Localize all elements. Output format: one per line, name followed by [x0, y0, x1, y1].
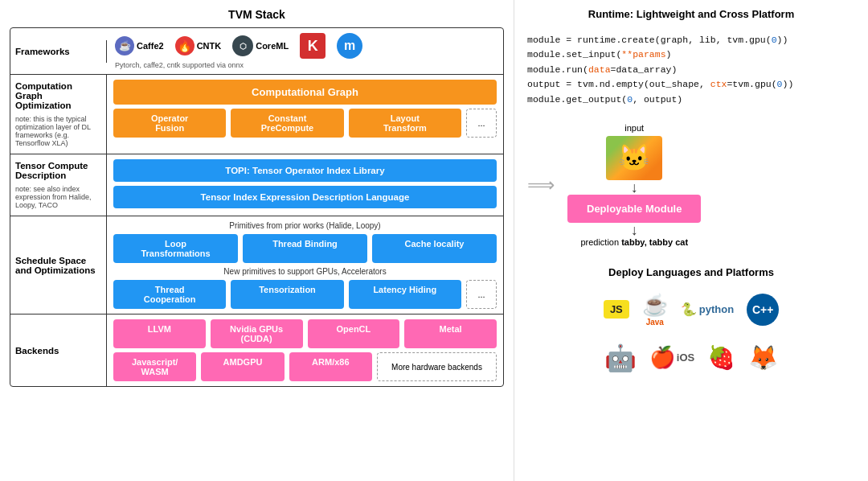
raspi-platform-icon: 🍓 [707, 344, 735, 371]
cntk-logo: 🔥 [175, 36, 194, 56]
mxnet-logo: m [337, 33, 362, 59]
cpp-lang-icon: C++ [747, 294, 779, 326]
tensorization-box: Tensorization [231, 280, 343, 309]
code-line-3: module.run(data=data_array) [527, 63, 855, 77]
code-line-4: output = tvm.nd.empty(out_shape, ctx=tvm… [527, 77, 855, 92]
python-lang-icon: 🐍 python [681, 302, 734, 317]
schedule-row2: ThreadCooperation Tensorization Latency … [113, 280, 497, 309]
amdgpu-box: AMDGPU [201, 352, 284, 381]
coreml-logo: ⬡ [232, 35, 253, 56]
sub-boxes-row: OperatorFusion ConstantPreCompute Layout… [113, 109, 497, 138]
ios-label: iOS [677, 352, 694, 364]
code-block: module = runtime.create(graph, lib, tvm.… [527, 33, 855, 107]
inference-diagram: input ↓ Deployable Module ↓ prediction t… [567, 123, 701, 247]
deploy-icons-row2: 🤖 🍎 iOS 🍓 🦊 [527, 343, 855, 373]
computational-graph-box: Computational Graph [113, 80, 497, 105]
arrow-right-icon: ⟹ [527, 174, 555, 196]
code-line-2: module.set_input(**params) [527, 47, 855, 62]
caffe2-text: Caffe2 [137, 41, 164, 51]
schedule-row1: LoopTransformations Thread Binding Cache… [113, 234, 497, 263]
schedule-dots-box: ... [466, 280, 497, 309]
tensor-compute-row: Tensor ComputeDescription note: see also… [10, 154, 503, 216]
right-panel: Runtime: Lightweight and Cross Platform … [514, 0, 868, 481]
backends-row2: Javascript/WASM AMDGPU ARM/x86 More hard… [113, 352, 497, 381]
js-lang-icon: JS [604, 300, 629, 319]
layout-transform-box: LayoutTransform [349, 109, 461, 138]
more-hardware-box: More hardware backends [377, 352, 497, 381]
android-platform-icon: 🤖 [604, 343, 637, 373]
deploy-title: Deploy Languages and Platforms [527, 266, 855, 278]
schedule-content: Primitives from prior works (Halide, Loo… [107, 216, 503, 314]
topi-box: TOPI: Tensor Operator Index Library [113, 159, 497, 182]
cat-image [606, 136, 662, 180]
code-line-5: module.get_output(0, output) [527, 92, 855, 107]
tvm-stack-box: Frameworks ☕ Caffe2 🔥 [10, 27, 504, 387]
keras-logo: K [300, 33, 326, 59]
deployable-module-box: Deployable Module [567, 195, 701, 223]
thread-binding-box: Thread Binding [243, 234, 367, 263]
runtime-title: Runtime: Lightweight and Cross Platform [527, 8, 855, 20]
frameworks-content: ☕ Caffe2 🔥 CNTK [107, 28, 503, 74]
java-icon: ☕ [642, 293, 668, 318]
computation-graph-row: Computation GraphOptimization note: this… [10, 75, 503, 154]
tensor-compute-content: TOPI: Tensor Operator Index Library Tens… [107, 154, 503, 216]
computation-graph-label: Computation GraphOptimization note: this… [10, 75, 107, 154]
java-lang-icon: ☕ Java [642, 293, 668, 327]
primitives-note: Primitives from prior works (Halide, Loo… [113, 221, 497, 230]
python-snake-icon: 🐍 [681, 302, 697, 317]
backends-label: Backends [10, 314, 107, 386]
tensor-index-box: Tensor Index Expression Description Lang… [113, 186, 497, 208]
new-primitives-note: New primitives to support GPUs, Accelera… [113, 267, 497, 276]
java-label: Java [646, 318, 664, 327]
prediction-label: prediction tabby, tabby cat [580, 237, 688, 247]
fw-note: Pytorch, caffe2, cntk supported via onnx [115, 61, 495, 69]
prediction-value: tabby, tabby cat [621, 237, 688, 247]
cache-locality-box: Cache locality [372, 234, 497, 263]
backends-row: Backends LLVM Nvidia GPUs(CUDA) OpenCL M… [10, 314, 503, 386]
python-label: python [699, 303, 734, 315]
cntk-text: CNTK [197, 41, 222, 51]
left-panel: TVM Stack Frameworks ☕ Caffe2 [0, 0, 514, 481]
firefox-platform-icon: 🦊 [748, 343, 778, 372]
caffe2-icon: ☕ Caffe2 [115, 36, 164, 56]
caffe2-logo: ☕ [115, 36, 134, 56]
tvm-title: TVM Stack [10, 8, 504, 21]
arrow-down-icon-2: ↓ [631, 223, 638, 237]
latency-hiding-box: Latency Hiding [349, 280, 461, 309]
schedule-label: Schedule Spaceand Optimizations [10, 216, 107, 314]
operator-fusion-box: OperatorFusion [113, 109, 226, 138]
arm-x86-box: ARM/x86 [289, 352, 372, 381]
computation-graph-note: note: this is the typical optimization l… [15, 115, 101, 147]
metal-box: Metal [404, 319, 497, 348]
javascript-wasm-box: Javascript/WASM [113, 352, 196, 381]
frameworks-label: Frameworks [10, 40, 107, 63]
input-label: input [624, 123, 644, 133]
fw-icons-row: ☕ Caffe2 🔥 CNTK [115, 33, 495, 59]
inference-diagram-row: ⟹ input ↓ Deployable Module ↓ prediction… [527, 123, 855, 247]
llvm-box: LLVM [113, 319, 206, 348]
coreml-icon: ⬡ CoreML [232, 35, 289, 56]
constant-precompute-box: ConstantPreCompute [231, 109, 343, 138]
mxnet-icon: m [337, 33, 362, 59]
backends-content: LLVM Nvidia GPUs(CUDA) OpenCL Metal Java… [107, 314, 503, 386]
keras-icon: K [300, 33, 326, 59]
tensor-compute-note: note: see also index expression from Hal… [15, 185, 101, 209]
main-container: TVM Stack Frameworks ☕ Caffe2 [0, 0, 868, 481]
apple-icon: 🍎 [649, 345, 675, 370]
computation-graph-content: Computational Graph OperatorFusion Const… [107, 75, 503, 154]
thread-cooperation-box: ThreadCooperation [113, 280, 226, 309]
coreml-text: CoreML [256, 41, 289, 51]
opencl-box: OpenCL [308, 319, 400, 348]
cntk-icon: 🔥 CNTK [175, 36, 222, 56]
deploy-icons-row1: JS ☕ Java 🐍 python C++ [527, 293, 855, 327]
arrow-down-icon: ↓ [631, 180, 638, 195]
frameworks-row: Frameworks ☕ Caffe2 🔥 [10, 28, 503, 75]
tensor-compute-label: Tensor ComputeDescription note: see also… [10, 154, 107, 216]
js-badge: JS [604, 300, 629, 319]
more-dots-box: ... [466, 109, 497, 138]
backends-row1: LLVM Nvidia GPUs(CUDA) OpenCL Metal [113, 319, 497, 348]
code-line-1: module = runtime.create(graph, lib, tvm.… [527, 33, 855, 47]
schedule-section: Schedule Spaceand Optimizations Primitiv… [10, 216, 503, 314]
nvidia-cuda-box: Nvidia GPUs(CUDA) [211, 319, 303, 348]
loop-transformations-box: LoopTransformations [113, 234, 238, 263]
